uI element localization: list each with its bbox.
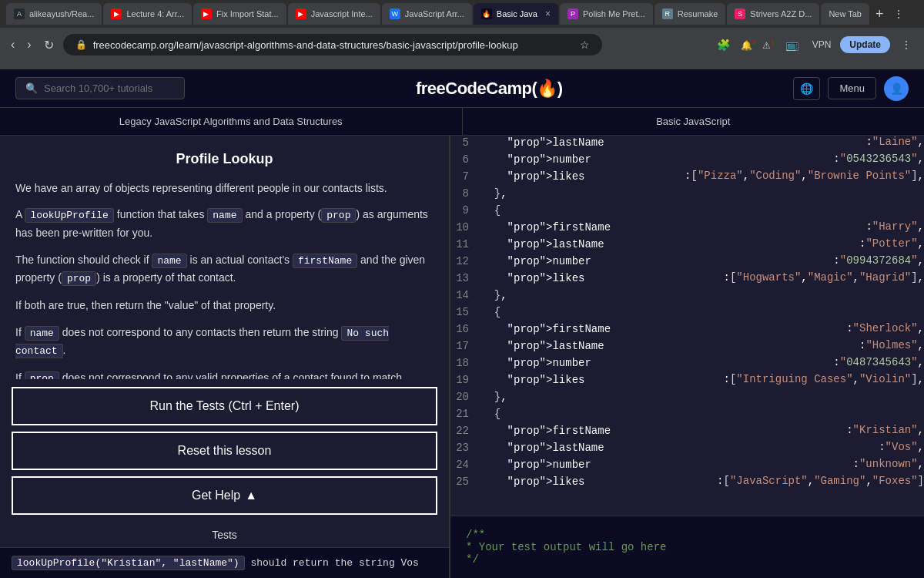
more-button[interactable]: ⋮ bbox=[896, 35, 916, 54]
line-number: 5 bbox=[450, 136, 481, 153]
tab-overflow-icon[interactable]: ⋮ bbox=[890, 8, 907, 20]
tab-8-label: Resumake bbox=[678, 9, 718, 18]
line-content: "prop">firstName bbox=[481, 424, 846, 441]
line-number: 10 bbox=[450, 220, 481, 237]
line-content: { bbox=[481, 305, 924, 322]
line-number: 21 bbox=[450, 407, 481, 424]
line-content: "prop">number bbox=[481, 356, 833, 373]
code-line-11: 11 "prop">lastName: "Potter", bbox=[450, 237, 924, 254]
tab-7-label: Polish Me Pret... bbox=[583, 9, 645, 18]
code-line-7: 7 "prop">likes: ["Pizza", "Coding", "Bro… bbox=[450, 170, 924, 187]
line-number: 11 bbox=[450, 237, 481, 254]
search-bar[interactable]: 🔍 bbox=[15, 77, 185, 99]
help-chevron-icon: ▲ bbox=[245, 489, 257, 502]
output-line3: */ bbox=[466, 553, 909, 566]
line-content: "prop">likes bbox=[481, 170, 685, 187]
notification-icon: 🔔2 bbox=[741, 39, 756, 51]
back-button[interactable]: ‹ bbox=[8, 35, 18, 55]
extensions-button[interactable]: 🧩 bbox=[712, 35, 735, 54]
tab-1-label: alikeayush/Rea... bbox=[29, 9, 94, 18]
alert-icon: ⚠1 bbox=[762, 39, 775, 51]
line-content: "prop">lastName bbox=[481, 136, 865, 153]
tab-8[interactable]: R Resumake bbox=[654, 3, 726, 25]
search-input[interactable] bbox=[44, 82, 167, 94]
address-bar-row: ‹ › ↻ 🔒 ☆ 🧩 🔔2 ⚠1 📺 VPN Update ⋮ bbox=[0, 28, 924, 62]
code-editor[interactable]: 5 "prop">lastName: "Laine",6 "prop">numb… bbox=[450, 136, 924, 516]
tab-9-label: Strivers A2Z D... bbox=[750, 9, 812, 18]
tab-4[interactable]: ▶ Javascript Inte... bbox=[288, 3, 380, 25]
line-content: "prop">firstName bbox=[481, 322, 846, 339]
breadcrumb-right[interactable]: Basic JavaScript bbox=[463, 116, 925, 127]
forward-button[interactable]: › bbox=[24, 35, 34, 55]
tab-6-active[interactable]: 🔥 Basic Java × bbox=[474, 3, 558, 25]
update-button[interactable]: Update bbox=[840, 36, 890, 53]
code-name: name bbox=[207, 208, 242, 223]
bookmark-icon[interactable]: ☆ bbox=[580, 39, 590, 51]
fcc-logo: freeCodeCamp(🔥) bbox=[185, 79, 793, 99]
instruction-area: Profile Lookup We have an array of objec… bbox=[0, 136, 449, 379]
code-line-24: 24 "prop">number: "unknown", bbox=[450, 458, 924, 475]
lesson-title: Profile Lookup bbox=[15, 151, 434, 167]
test-row: lookUpProfile("Kristian", "lastName") sh… bbox=[0, 547, 449, 578]
line-content: }, bbox=[481, 288, 924, 305]
code-line-14: 14 }, bbox=[450, 288, 924, 305]
tab-3[interactable]: ▶ Fix Import Stat... bbox=[193, 3, 286, 25]
new-tab-button[interactable]: + bbox=[871, 6, 889, 22]
line-content: }, bbox=[481, 390, 924, 407]
code-name2: name bbox=[152, 254, 186, 268]
tab-6-close-icon[interactable]: × bbox=[545, 8, 551, 19]
tab-7[interactable]: P Polish Me Pret... bbox=[560, 3, 653, 25]
line-content: "prop">lastName bbox=[481, 237, 859, 254]
code-line-12: 12 "prop">number: "0994372684", bbox=[450, 254, 924, 271]
breadcrumb-left[interactable]: Legacy JavaScript Algorithms and Data St… bbox=[0, 108, 463, 136]
line-number: 12 bbox=[450, 254, 481, 271]
code-line-13: 13 "prop">likes: ["Hogwarts", "Magic", "… bbox=[450, 271, 924, 288]
line-number: 14 bbox=[450, 288, 481, 305]
line-content: "prop">likes bbox=[481, 373, 724, 390]
tab-6-label: Basic Java bbox=[497, 9, 537, 18]
vpn-badge: VPN bbox=[809, 39, 835, 50]
tab-1[interactable]: A alikeayush/Rea... bbox=[6, 3, 102, 25]
user-avatar[interactable]: 👤 bbox=[884, 76, 909, 101]
toolbar-right: 🧩 🔔2 ⚠1 📺 VPN Update ⋮ bbox=[712, 35, 916, 54]
code-line-21: 21 { bbox=[450, 407, 924, 424]
line-number: 23 bbox=[450, 441, 481, 458]
menu-button[interactable]: Menu bbox=[828, 77, 876, 99]
tab-5[interactable]: W JavaScript Arr... bbox=[382, 3, 472, 25]
code-firstname: firstName bbox=[293, 254, 357, 268]
url-input[interactable] bbox=[93, 39, 574, 51]
code-line-25: 25 "prop">likes: ["JavaScript", "Gaming"… bbox=[450, 475, 924, 492]
right-panel: 5 "prop">lastName: "Laine",6 "prop">numb… bbox=[450, 136, 924, 578]
para2-mid2: and a property ( bbox=[243, 208, 322, 220]
reset-lesson-button[interactable]: Reset this lesson bbox=[12, 432, 437, 470]
para3-post2: ) is a property of that contact. bbox=[96, 271, 236, 284]
tab-10[interactable]: New Tab bbox=[821, 3, 869, 25]
get-help-label: Get Help bbox=[192, 489, 240, 502]
tabs-bar: A alikeayush/Rea... ▶ Lecture 4: Arr... … bbox=[0, 0, 924, 28]
language-button[interactable]: 🌐 bbox=[793, 77, 820, 100]
line-number: 16 bbox=[450, 322, 481, 339]
tab-4-label: Javascript Inte... bbox=[311, 9, 373, 18]
run-tests-button[interactable]: Run the Tests (Ctrl + Enter) bbox=[12, 387, 437, 425]
address-bar[interactable]: 🔒 ☆ bbox=[63, 34, 602, 55]
code-name3: name bbox=[25, 326, 59, 341]
test-value: Vos bbox=[401, 557, 419, 569]
instruction-para3: The function should check if name is an … bbox=[15, 251, 434, 288]
tab-2[interactable]: ▶ Lecture 4: Arr... bbox=[103, 3, 192, 25]
line-content: { bbox=[481, 203, 924, 220]
tab-9[interactable]: S Strivers A2Z D... bbox=[727, 3, 819, 25]
line-number: 19 bbox=[450, 373, 481, 390]
code-line-19: 19 "prop">likes: ["Intriguing Cases", "V… bbox=[450, 373, 924, 390]
instruction-para6: If prop does not correspond to any valid… bbox=[15, 369, 434, 379]
reload-button[interactable]: ↻ bbox=[41, 35, 57, 55]
get-help-button[interactable]: Get Help ▲ bbox=[12, 476, 437, 515]
line-number: 25 bbox=[450, 475, 481, 492]
tests-section-label: Tests bbox=[0, 523, 449, 547]
left-panel: Profile Lookup We have an array of objec… bbox=[0, 136, 450, 578]
instruction-para4: If both are true, then return the "value… bbox=[15, 297, 434, 314]
cast-button[interactable]: 📺 bbox=[781, 35, 803, 54]
line-number: 9 bbox=[450, 203, 481, 220]
line-content: "prop">number bbox=[481, 254, 833, 271]
para3-pre: The function should check if bbox=[15, 254, 152, 266]
code-prop3: prop bbox=[25, 371, 59, 379]
